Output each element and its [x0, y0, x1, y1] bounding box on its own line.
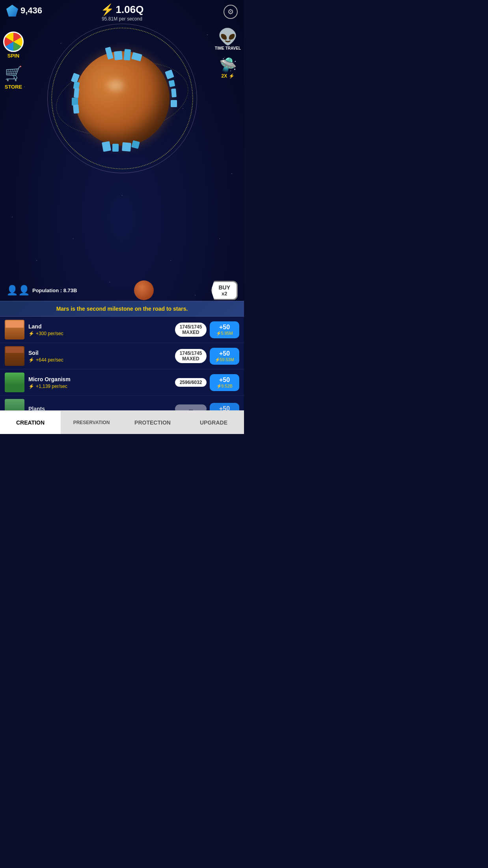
- item-count-land: 1745/1745 MAXED: [175, 323, 207, 337]
- tab-creation-label: CREATION: [16, 419, 45, 426]
- maxed-soil: MAXED: [179, 356, 203, 362]
- upgrade-cost-soil: ⚡ 59.53M: [214, 357, 235, 362]
- upgrade-cost-micro: ⚡ 9.52B: [214, 384, 235, 389]
- micro-icon: [5, 373, 24, 392]
- buy-button[interactable]: BUY x2: [211, 281, 238, 300]
- upgrade-plus-plants: +50: [214, 405, 235, 410]
- item-rate-land: ⚡ +300 per/sec: [28, 331, 175, 336]
- item-name-micro: Micro Organism: [28, 376, 71, 382]
- ufo-label: 2X ⚡: [222, 73, 235, 79]
- upgrade-button-land[interactable]: +50 ⚡ 5.95M: [210, 321, 239, 338]
- gear-icon: ⚙: [227, 7, 234, 16]
- tab-upgrade[interactable]: UPGRADE: [183, 411, 244, 434]
- lightning-icon: ⚡: [101, 3, 114, 16]
- item-rate-micro: ⚡ +1,139 per/sec: [28, 384, 175, 389]
- ufo-button[interactable]: 🛸 2X ⚡: [219, 57, 237, 79]
- item-count-plants: ...: [175, 404, 207, 410]
- planet[interactable]: [75, 51, 169, 146]
- settings-button[interactable]: ⚙: [224, 5, 238, 19]
- alien-icon: 👽: [218, 28, 238, 46]
- count-value-soil: 1745/1745: [179, 351, 203, 356]
- energy-value: 1.06Q: [116, 4, 144, 16]
- count-value-micro: 2596/6032: [179, 380, 203, 385]
- item-row-soil: Soil ⚡ +644 per/sec 1745/1745 MAXED +50 …: [0, 343, 244, 369]
- tab-upgrade-label: UPGRADE: [200, 419, 227, 426]
- bottom-tabs: CREATION PRESERVATION PROTECTION UPGRADE: [0, 410, 244, 434]
- spin-wheel-icon: [3, 32, 24, 52]
- items-section: Land ⚡ +300 per/sec 1745/1745 MAXED +50 …: [0, 317, 244, 410]
- spin-label: SPIN: [7, 53, 19, 59]
- item-row-plants: Plants ... +50: [0, 396, 244, 410]
- energy-rate: 95.81M per second: [102, 16, 142, 22]
- ufo-icon: 🛸: [219, 57, 237, 73]
- gem-counter: 9,436: [6, 5, 42, 17]
- tab-protection-label: PROTECTION: [134, 419, 171, 426]
- item-count-micro: 2596/6032: [175, 378, 207, 387]
- planet-area[interactable]: [43, 20, 201, 177]
- count-value-plants: ...: [179, 406, 203, 410]
- time-travel-button[interactable]: 👽 TIME TRAVEL: [215, 28, 241, 50]
- upgrade-button-soil[interactable]: +50 ⚡ 59.53M: [210, 348, 239, 365]
- store-button[interactable]: 🛒 STORE: [3, 63, 24, 90]
- item-info-micro: Micro Organism ⚡ +1,139 per/sec: [28, 376, 175, 389]
- item-rate-text-land: +300 per/sec: [36, 331, 63, 336]
- item-name-land: Land: [28, 323, 41, 330]
- maxed-land: MAXED: [179, 330, 203, 335]
- population-text: Population : 8.73B: [32, 287, 77, 293]
- cart-icon: 🛒: [3, 63, 24, 84]
- energy-counter: ⚡ 1.06Q 95.81M per second: [101, 3, 144, 22]
- item-name-soil: Soil: [28, 350, 39, 356]
- upgrade-cost-land: ⚡ 5.95M: [214, 331, 235, 336]
- population-left: 👤👤 Population : 8.73B: [6, 285, 77, 296]
- buy-label: BUY: [218, 284, 230, 291]
- store-label: STORE: [5, 84, 22, 90]
- gem-value: 9,436: [20, 6, 42, 16]
- item-count-soil: 1745/1745 MAXED: [175, 349, 207, 363]
- plants-icon: [5, 399, 24, 410]
- lightning-icon-micro: ⚡: [28, 384, 34, 389]
- tab-creation[interactable]: CREATION: [0, 411, 61, 434]
- upgrade-button-plants[interactable]: +50: [210, 403, 239, 410]
- count-value-land: 1745/1745: [179, 324, 203, 330]
- header: 9,436 ⚡ 1.06Q 95.81M per second ⚙: [0, 0, 244, 19]
- upgrade-plus-micro: +50: [214, 377, 235, 384]
- left-sidebar: SPIN 🛒 STORE: [3, 32, 24, 90]
- item-rate-text-soil: +644 per/sec: [36, 357, 63, 363]
- upgrade-plus-land: +50: [214, 324, 235, 331]
- gem-icon: [6, 5, 18, 17]
- lightning-icon-soil: ⚡: [28, 357, 34, 363]
- item-row-micro: Micro Organism ⚡ +1,139 per/sec 2596/603…: [0, 369, 244, 396]
- mars-small-icon[interactable]: [134, 280, 154, 300]
- upgrade-plus-soil: +50: [214, 350, 235, 357]
- item-info-soil: Soil ⚡ +644 per/sec: [28, 349, 175, 363]
- milestone-text: Mars is the second milestone on the road…: [56, 306, 188, 312]
- tab-protection[interactable]: PROTECTION: [122, 411, 183, 434]
- item-info-land: Land ⚡ +300 per/sec: [28, 323, 175, 336]
- upgrade-button-micro[interactable]: +50 ⚡ 9.52B: [210, 374, 239, 391]
- population-bar: 👤👤 Population : 8.73B BUY x2: [0, 280, 244, 300]
- item-name-plants: Plants: [28, 406, 45, 410]
- item-rate-text-micro: +1,139 per/sec: [36, 384, 67, 389]
- time-travel-label: TIME TRAVEL: [215, 46, 241, 50]
- milestone-banner: Mars is the second milestone on the road…: [0, 301, 244, 317]
- land-icon: [5, 320, 24, 339]
- buy-sub: x2: [218, 291, 230, 297]
- spin-button[interactable]: SPIN: [3, 32, 24, 59]
- tab-preservation-label: PRESERVATION: [73, 420, 110, 425]
- item-info-plants: Plants: [28, 405, 175, 410]
- item-row-land: Land ⚡ +300 per/sec 1745/1745 MAXED +50 …: [0, 317, 244, 343]
- lightning-icon-land: ⚡: [28, 331, 34, 336]
- tab-preservation[interactable]: PRESERVATION: [61, 411, 122, 434]
- right-sidebar: 👽 TIME TRAVEL 🛸 2X ⚡: [215, 28, 241, 79]
- soil-icon: [5, 346, 24, 366]
- person-icons: 👤👤: [6, 285, 30, 296]
- item-rate-soil: ⚡ +644 per/sec: [28, 357, 175, 363]
